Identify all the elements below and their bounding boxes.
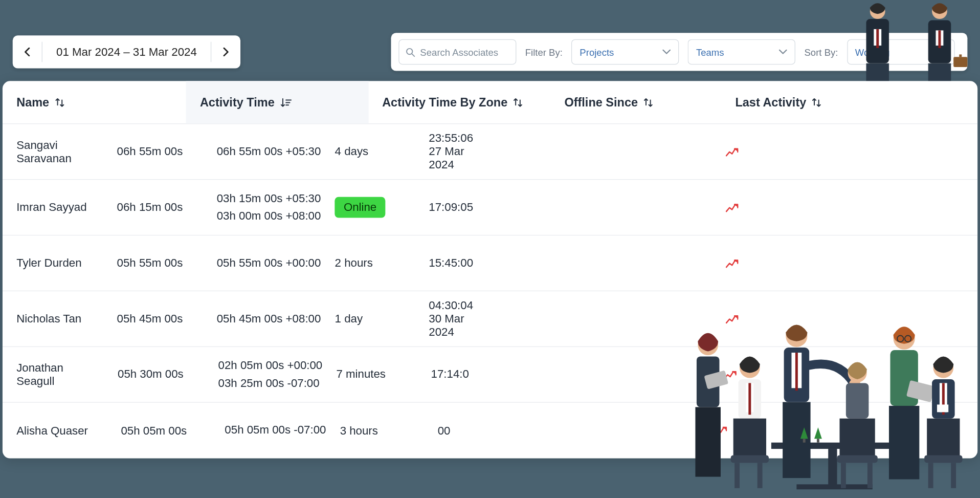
- cell-activity-time: 05h 30m 00s: [104, 368, 205, 381]
- svg-point-11: [932, 4, 947, 19]
- zone-line: 05h 05m 00s -07:00: [225, 422, 326, 440]
- cell-last-activity: 23:55:06 27 Mar 2024: [415, 132, 473, 171]
- zone-line: 05h 45m 00s +08:00: [217, 310, 321, 328]
- cell-last-activity: 17:09:05: [415, 201, 473, 214]
- sort-desc-icon: [280, 97, 293, 108]
- cell-last-activity: 00: [424, 424, 450, 437]
- table-row: Imran Sayyad06h 15m 00s03h 15m 00s +05:3…: [3, 180, 977, 235]
- cell-activity-time: 05h 55m 00s: [103, 256, 203, 270]
- sort-icon: [643, 97, 654, 108]
- cell-zone: 06h 55m 00s +05:30: [203, 143, 321, 161]
- table-row: Nicholas Tan05h 45m 00s05h 45m 00s +08:0…: [3, 291, 977, 347]
- cell-activity-time: 05h 45m 00s: [103, 312, 203, 326]
- svg-point-6: [870, 4, 885, 19]
- svg-rect-19: [796, 484, 872, 489]
- cell-offline: 3 hours: [326, 424, 424, 437]
- date-range-label[interactable]: 01 Mar 2024 – 31 Mar 2024: [42, 45, 211, 58]
- cell-activity-time: 06h 55m 00s: [103, 145, 203, 158]
- cell-name: Jonathan Seagull: [3, 361, 104, 388]
- column-header-last-activity[interactable]: Last Activity: [721, 95, 933, 109]
- cell-name: Nicholas Tan: [3, 312, 103, 326]
- table-row: Jonathan Seagull05h 30m 00s02h 05m 00s +…: [3, 347, 977, 403]
- column-label: Name: [16, 95, 49, 109]
- row-chart-button[interactable]: [469, 369, 977, 380]
- row-chart-button[interactable]: [473, 257, 977, 269]
- column-label: Activity Time: [200, 95, 275, 109]
- search-input[interactable]: [420, 47, 509, 57]
- svg-rect-56: [928, 463, 933, 488]
- column-label: Offline Since: [564, 95, 638, 109]
- column-header-offline[interactable]: Offline Since: [550, 95, 721, 109]
- date-range-picker: 01 Mar 2024 – 31 Mar 2024: [13, 35, 241, 68]
- cell-zone: 02h 05m 00s +00:0003h 25m 00s -07:00: [204, 357, 322, 392]
- cell-name: Sangavi Saravanan: [3, 138, 103, 165]
- cell-offline: 2 hours: [321, 256, 415, 270]
- sort-by-label: Sort By:: [804, 47, 838, 57]
- filter-bar: Filter By: Projects Teams Sort By: Worki…: [391, 33, 967, 71]
- row-chart-button[interactable]: [473, 146, 977, 157]
- chart-icon: [726, 146, 739, 157]
- prev-period-button[interactable]: [13, 35, 42, 68]
- cell-offline: Online: [321, 197, 415, 218]
- cell-name: Alisha Quaser: [3, 424, 107, 437]
- teams-dropdown-value: Teams: [696, 47, 724, 57]
- sort-icon: [811, 97, 822, 108]
- chart-icon: [726, 202, 739, 213]
- zone-line: 05h 55m 00s +00:00: [217, 254, 321, 272]
- teams-dropdown[interactable]: Teams: [688, 39, 795, 64]
- zone-line: 02h 05m 00s +00:00: [218, 357, 323, 375]
- table-row: Sangavi Saravanan06h 55m 00s06h 55m 00s …: [3, 124, 977, 180]
- chart-icon: [726, 313, 739, 324]
- search-box[interactable]: [398, 39, 516, 64]
- table-body: Sangavi Saravanan06h 55m 00s06h 55m 00s …: [3, 124, 977, 458]
- projects-dropdown[interactable]: Projects: [571, 39, 679, 64]
- online-badge: Online: [335, 197, 386, 218]
- column-header-zone[interactable]: Activity Time By Zone: [368, 95, 550, 109]
- svg-line-1: [412, 54, 414, 56]
- chevron-right-icon: [223, 48, 229, 56]
- zone-line: 03h 25m 00s -07:00: [218, 375, 323, 393]
- cell-last-activity: 15:45:00: [415, 256, 473, 270]
- cell-zone: 05h 05m 00s -07:00: [211, 422, 326, 440]
- sort-dropdown-value: Working: [855, 47, 890, 57]
- svg-rect-42: [841, 463, 846, 488]
- search-icon: [406, 47, 415, 57]
- row-chart-button[interactable]: [473, 313, 977, 324]
- zone-line: 06h 55m 00s +05:30: [217, 143, 321, 161]
- column-label: Activity Time By Zone: [382, 95, 507, 109]
- column-header-name[interactable]: Name: [3, 95, 186, 109]
- cell-last-activity: 17:14:0: [417, 368, 469, 381]
- sort-icon: [513, 97, 524, 108]
- zone-line: 03h 15m 00s +05:30: [217, 190, 321, 208]
- next-period-button[interactable]: [211, 35, 240, 68]
- cell-name: Imran Sayyad: [3, 201, 103, 214]
- cell-offline: 7 minutes: [322, 368, 417, 381]
- svg-rect-30: [734, 463, 740, 488]
- sort-dropdown[interactable]: Working: [847, 39, 954, 64]
- cell-last-activity: 04:30:04 30 Mar 2024: [415, 299, 473, 339]
- svg-rect-31: [758, 463, 763, 488]
- svg-rect-43: [867, 463, 873, 488]
- chevron-down-icon: [662, 49, 671, 54]
- chart-icon: [715, 425, 727, 436]
- cell-zone: 03h 15m 00s +05:3003h 00m 00s +08:00: [203, 190, 321, 225]
- cell-zone: 05h 45m 00s +08:00: [203, 310, 321, 328]
- chevron-down-icon: [938, 49, 946, 54]
- table-row: Tyler Durden05h 55m 00s05h 55m 00s +00:0…: [3, 235, 977, 291]
- column-label: Last Activity: [735, 95, 806, 109]
- associates-table: Name Activity Time Activity Time By Zone…: [3, 81, 977, 458]
- zone-line: 03h 00m 00s +08:00: [217, 207, 321, 225]
- table-header: Name Activity Time Activity Time By Zone…: [3, 81, 977, 124]
- table-row: Alisha Quaser05h 05m 00s05h 05m 00s -07:…: [3, 403, 977, 459]
- projects-dropdown-value: Projects: [580, 47, 614, 57]
- cell-activity-time: 05h 05m 00s: [107, 424, 211, 437]
- cell-name: Tyler Durden: [3, 256, 103, 270]
- cell-activity-time: 06h 15m 00s: [103, 201, 203, 214]
- row-chart-button[interactable]: [473, 202, 977, 213]
- row-chart-button[interactable]: [450, 425, 977, 436]
- filter-by-label: Filter By:: [525, 47, 563, 57]
- cell-offline: 1 day: [321, 312, 415, 326]
- chevron-down-icon: [779, 49, 787, 54]
- column-header-activity-time[interactable]: Activity Time: [186, 81, 368, 123]
- sort-icon: [54, 97, 65, 108]
